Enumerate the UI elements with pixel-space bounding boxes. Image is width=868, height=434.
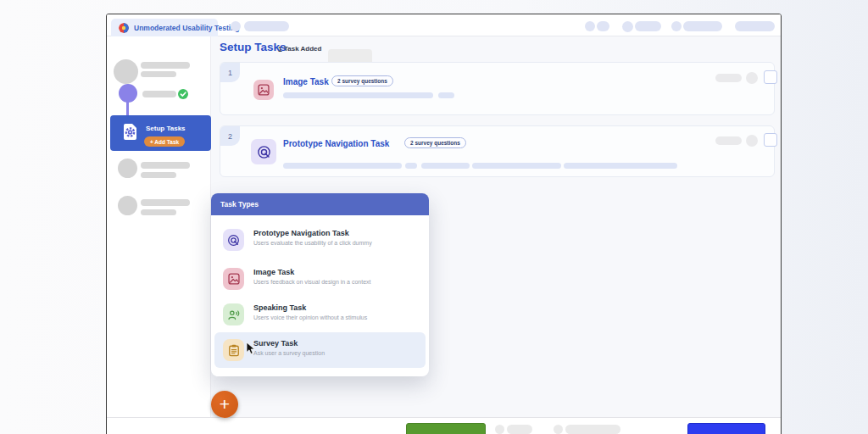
skeleton-pill	[564, 163, 677, 169]
footer-next-button[interactable]	[687, 423, 765, 434]
task-type-title: Survey Task	[253, 339, 298, 348]
app-tab[interactable]: Unmoderated Usability Testing	[111, 19, 218, 36]
app-logo-icon	[119, 23, 129, 33]
skeleton-pill	[141, 162, 190, 169]
survey-questions-badge: 2 survey questions	[404, 137, 466, 148]
target-icon	[251, 139, 276, 164]
target-icon	[223, 229, 244, 251]
image-task-icon	[253, 80, 274, 100]
skeleton-pill	[405, 163, 417, 169]
skeleton-pill	[635, 21, 661, 31]
add-task-button[interactable]: + Add Task	[144, 136, 185, 147]
card-menu-button-skeleton[interactable]	[746, 72, 758, 84]
skeleton-circle	[114, 59, 138, 84]
task-type-title: Prototype Navigation Task	[253, 229, 349, 237]
mouse-cursor	[246, 342, 256, 355]
card-menu-button-skeleton[interactable]	[746, 135, 758, 147]
task-type-option-speaking[interactable]: Speaking Task Users voice their opinion …	[214, 297, 426, 332]
skeleton-pill	[565, 425, 620, 434]
skeleton-pill	[283, 163, 402, 169]
task-number-chip: 1	[220, 63, 240, 82]
footer-bar	[107, 417, 781, 434]
skeleton-pill	[141, 199, 190, 206]
skeleton-circle	[671, 21, 682, 31]
completed-step-circle	[119, 84, 137, 103]
task-checkbox[interactable]	[764, 70, 777, 84]
page-title: Setup Tasks	[220, 41, 287, 53]
skeleton-circle	[231, 21, 241, 31]
card-toggle-skeleton[interactable]	[715, 136, 742, 145]
task-type-option-prototype-navigation[interactable]: Prototype Navigation Task Users evaluate…	[214, 222, 426, 258]
skeleton-circle	[554, 425, 563, 434]
app-window: Unmoderated Usability Testing	[106, 14, 782, 434]
survey-icon	[223, 339, 244, 361]
task-checkbox[interactable]	[764, 133, 777, 147]
task-count-label: Task Added	[284, 45, 321, 53]
task-type-title: Image Task	[253, 268, 294, 276]
skeleton-circle	[495, 425, 504, 434]
task-type-description: Ask user a survey question	[253, 350, 325, 356]
skeleton-circle	[622, 21, 633, 32]
skeleton-pill	[244, 21, 289, 31]
survey-questions-badge: 2 survey questions	[331, 75, 393, 86]
skeleton-pill	[507, 425, 532, 434]
skeleton-pill	[597, 21, 609, 31]
task-title: Prototype Navigation Task	[283, 139, 389, 148]
skeleton-pill	[141, 172, 176, 178]
sidebar-step-setup-tasks-active[interactable]: Setup Tasks + Add Task	[110, 115, 211, 151]
task-type-description: Users evaluate the usability of a click …	[253, 240, 372, 246]
skeleton-pill	[283, 92, 433, 98]
app-title: Unmoderated Usability Testing	[134, 24, 240, 32]
task-count: 1	[278, 45, 282, 53]
task-type-option-image[interactable]: Image Task Users feedback on visual desi…	[214, 261, 426, 297]
task-title: Image Task	[283, 77, 329, 86]
task-number-chip: 2	[220, 126, 240, 146]
active-step-label: Setup Tasks	[146, 125, 186, 132]
speaking-icon	[223, 303, 244, 326]
task-number: 2	[228, 132, 232, 141]
skeleton-circle	[585, 21, 595, 31]
card-toggle-skeleton[interactable]	[715, 74, 742, 82]
popover-title: Task Types	[220, 200, 259, 209]
skeleton-pill	[438, 92, 454, 98]
image-icon	[223, 268, 244, 290]
skeleton-pill	[142, 91, 176, 97]
topbar: Unmoderated Usability Testing	[107, 14, 781, 36]
skeleton-pill	[683, 21, 722, 31]
task-card-image-task[interactable]: 1 Image Task 2 survey questions	[220, 62, 775, 115]
setup-tasks-gear-doc-icon	[124, 124, 136, 140]
task-types-popover-header: Task Types	[211, 193, 429, 215]
sidebar: Setup Tasks + Add Task	[107, 36, 211, 417]
task-type-description: Users feedback on visual design in a con…	[253, 279, 371, 285]
add-task-fab-button[interactable]: +	[211, 391, 238, 418]
skeleton-pill	[421, 163, 470, 169]
task-types-popover: Task Types Prototype Navigation Task Use…	[211, 193, 429, 376]
skeleton-pill	[141, 71, 176, 77]
skeleton-pill	[141, 62, 190, 69]
skeleton-circle	[118, 196, 137, 215]
task-number: 1	[228, 69, 232, 77]
task-type-description: Users voice their opinion without a stim…	[253, 314, 367, 320]
footer-confirm-button[interactable]	[406, 423, 486, 434]
check-icon	[178, 89, 188, 99]
task-card-prototype-navigation[interactable]: 2 Prototype Navigation Task 2 survey que…	[220, 125, 775, 177]
skeleton-circle	[118, 159, 137, 178]
skeleton-pill	[141, 209, 176, 215]
task-type-title: Speaking Task	[253, 303, 306, 312]
skeleton-pill	[472, 163, 561, 169]
skeleton-pill	[735, 21, 775, 31]
